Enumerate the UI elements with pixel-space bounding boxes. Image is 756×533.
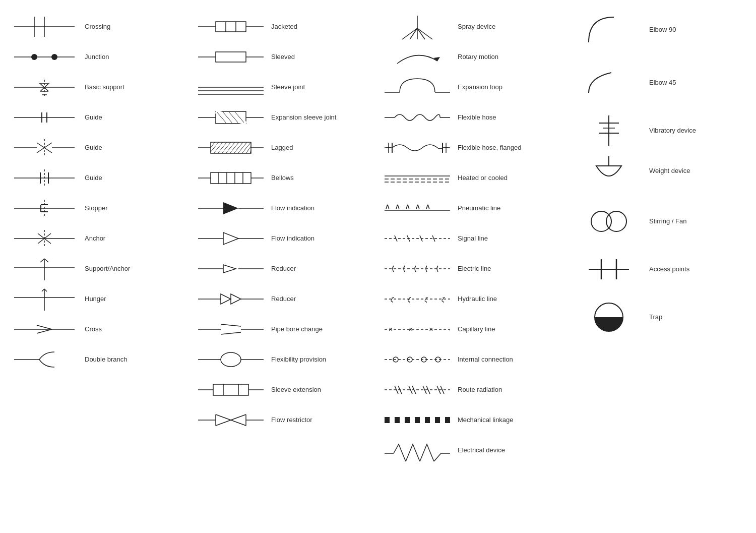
svg-line-119 [231,420,246,426]
crossing-symbol [9,17,80,37]
svg-line-117 [216,420,231,426]
flow-indication2-label: Flow indication [266,234,374,243]
pipe-bore-change-label: Pipe bore change [266,325,374,334]
stirring-fan-symbol [574,204,644,239]
hunger-symbol [9,286,80,312]
vibratory-device-label: Vibratory device [644,127,756,135]
list-item: × × × × Capillary line [382,315,565,344]
guide3-label: Guide [80,174,187,183]
pneumatic-line-symbol: ∧∧∧∧∧ [382,198,453,218]
list-item: Signal line [382,224,565,253]
expansion-sleeve-joint-label: Expansion sleeve joint [266,113,374,122]
cross-label: Cross [80,325,187,334]
reducer1-label: Reducer [266,265,374,273]
svg-text:× × × ×: × × × × [389,325,450,333]
list-item: Anchor [9,224,187,253]
list-item: Junction [9,42,187,72]
list-item: Rotary motion [382,42,565,72]
column-4: Elbow 90 Elbow 45 [570,10,756,468]
bellows-label: Bellows [266,174,374,183]
sleeve-joint-label: Sleeve joint [266,83,374,92]
flexible-hose-symbol [382,107,453,128]
mechanical-linkage-symbol [382,412,453,428]
sleeve-joint-symbol [196,77,266,97]
anchor-symbol [9,226,80,251]
svg-rect-50 [216,22,246,32]
svg-line-127 [417,28,432,39]
electrical-device-symbol [382,439,453,461]
svg-rect-171 [390,417,395,423]
elbow-90-symbol [574,12,644,47]
svg-line-73 [218,142,227,153]
list-item: Guide [9,133,187,162]
list-item: Electric line [382,254,565,283]
list-item: Access points [574,254,756,284]
list-item: Elbow 45 [574,68,756,98]
reducer2-symbol [196,289,266,309]
elbow-90-label: Elbow 90 [644,26,756,34]
guide2-label: Guide [80,144,187,152]
column-3: Spray device Rotary motion [378,10,570,468]
svg-point-5 [51,54,57,60]
internal-connection-symbol [382,349,453,370]
sleeved-symbol [196,47,266,67]
svg-line-126 [417,28,425,39]
list-item: Flow indication [196,224,374,253]
expansion-sleeve-joint-symbol [196,105,266,130]
hydraulic-line-label: Hydraulic line [453,295,565,304]
rotary-motion-symbol [382,46,453,69]
list-item: Lagged [196,133,374,162]
support-anchor-symbol [9,256,80,281]
list-item: Electrical device [382,436,565,465]
cross-symbol [9,319,80,339]
double-branch-label: Double branch [80,356,187,364]
svg-line-78 [238,142,247,153]
list-item: Guide [9,103,187,132]
list-item: Vibratory device [574,113,756,148]
flow-restrictor-symbol [196,407,266,433]
guide1-label: Guide [80,113,187,122]
hunger-label: Hunger [80,295,187,304]
svg-point-4 [31,54,37,60]
flexibility-provision-label: Flexibility provision [266,356,374,364]
signal-line-label: Signal line [453,234,565,243]
elbow-45-symbol [574,68,644,98]
list-item: Stirring / Fan [574,204,756,239]
page: Crossing Junction [0,0,756,533]
guide3-symbol [9,165,80,191]
svg-rect-69 [211,142,251,153]
electric-line-symbol [382,259,453,279]
sleeve-extension-symbol [196,377,266,402]
list-item: Flexibility provision [196,345,374,374]
svg-line-71 [211,142,219,152]
svg-line-116 [216,414,231,420]
access-points-label: Access points [644,265,756,274]
expansion-loop-symbol [382,75,453,100]
list-item: Bellows [196,163,374,193]
reducer1-symbol [196,259,266,279]
capillary-line-symbol: × × × × [382,319,453,339]
list-item: Guide [9,163,187,193]
stopper-symbol [9,196,80,221]
basic-support-label: Basic support [80,83,187,92]
list-item: Hunger [9,284,187,314]
list-item: Weight device [574,153,756,189]
pipe-bore-change-symbol [196,319,266,339]
list-item: Expansion loop [382,73,565,102]
flow-indication1-label: Flow indication [266,204,374,213]
svg-line-77 [234,142,243,153]
trap-label: Trap [644,313,756,322]
list-item: Flow restrictor [196,405,374,435]
flow-restrictor-label: Flow restrictor [266,416,374,425]
svg-marker-97 [223,265,236,273]
electric-line-label: Electric line [453,265,565,273]
svg-line-104 [221,324,241,326]
sleeve-extension-label: Sleeve extension [266,386,374,394]
svg-text:ζ ζ ζ ζ: ζ ζ ζ ζ [391,295,450,303]
svg-rect-172 [400,417,405,423]
mechanical-linkage-label: Mechanical linkage [453,416,565,425]
pneumatic-line-label: Pneumatic line [453,204,565,213]
hydraulic-line-symbol: ζ ζ ζ ζ [382,289,453,309]
svg-line-46 [37,329,52,333]
list-item: Mechanical linkage [382,405,565,435]
